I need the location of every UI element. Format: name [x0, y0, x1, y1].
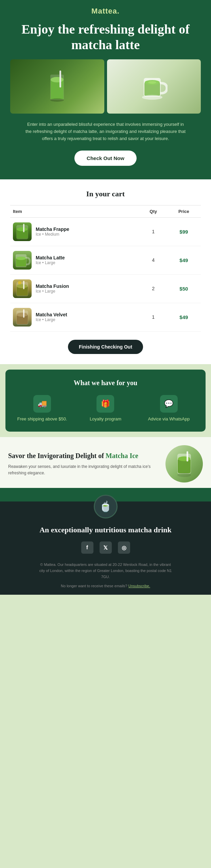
col-header-price: Price [167, 205, 201, 217]
feature-icon-wrap-whatsapp: 💬 [160, 395, 178, 413]
feature-label-loyalty: Loyalty program [90, 416, 121, 422]
velvet-icon [13, 308, 32, 327]
unsubscribe-link[interactable]: Unsubscribe. [128, 584, 150, 588]
cart-table: Item Qty Price [10, 205, 201, 332]
facebook-icon[interactable]: f [81, 541, 93, 554]
shipping-icon: 🚚 [38, 399, 47, 408]
hero-image-right [107, 59, 201, 114]
promo-section: Savor the Invigorating Delight of Matcha… [0, 437, 211, 488]
item-name-frappe: Matcha Frappe [36, 226, 69, 232]
hero-description: Enter into an unparalleled blissful expe… [24, 121, 187, 142]
loyalty-icon: 🎁 [101, 399, 110, 408]
item-sub-frappe: Ice • Medium [36, 232, 69, 237]
footer-connector: 🍵 An exceptionally nutritious matcha dri… [0, 488, 211, 595]
svg-point-12 [17, 227, 28, 231]
check-out-now-button[interactable]: Check Out Now [74, 151, 137, 166]
matcha-drink-left-svg [45, 68, 69, 105]
promo-drink-svg [169, 449, 199, 479]
svg-point-16 [16, 257, 26, 260]
col-header-item: Item [10, 205, 140, 217]
feature-item-whatsapp: 💬 Advice via WhatsApp [139, 395, 199, 422]
item-image-velvet [13, 308, 32, 327]
item-price-frappe: $99 [167, 217, 201, 246]
features-title: What we have for you [12, 379, 199, 387]
footer-section: 🍵 An exceptionally nutritious matcha dri… [0, 501, 211, 595]
svg-rect-1 [51, 80, 64, 99]
hero-images [10, 59, 201, 114]
item-image-frappe [13, 222, 32, 241]
brand-logo: Mattea. [10, 7, 201, 16]
svg-rect-29 [187, 451, 188, 461]
col-header-qty: Qty [140, 205, 167, 217]
item-details-frappe: Matcha Frappe Ice • Medium [36, 226, 69, 237]
hero-section: Mattea. Enjoy the refreshing delight of … [0, 0, 211, 179]
hero-title: Enjoy the refreshing delight of matcha l… [10, 22, 201, 53]
svg-point-28 [178, 456, 190, 461]
item-qty-velvet: 1 [140, 303, 167, 331]
item-name-fusion: Matcha Fusion [36, 283, 69, 289]
promo-text: Savor the Invigorating Delight of Matcha… [8, 451, 160, 476]
promo-title: Savor the Invigorating Delight of Matcha… [8, 451, 160, 460]
fusion-icon [13, 279, 32, 298]
svg-point-9 [142, 95, 162, 100]
item-image-fusion [13, 279, 32, 298]
item-name-velvet: Matcha Velvet [36, 312, 67, 317]
item-qty-fusion: 2 [140, 274, 167, 303]
svg-point-20 [18, 281, 21, 284]
item-price-fusion: $50 [167, 274, 201, 303]
promo-description: Reawaken your senses, and luxuriate in t… [8, 463, 160, 476]
item-info: Matcha Latte Ice • Large [13, 251, 137, 270]
footer-title: An exceptionally nutritious matcha drink [10, 525, 201, 535]
item-name-latte: Matcha Latte [36, 255, 65, 260]
hero-image-left [10, 59, 104, 114]
item-details-latte: Matcha Latte Ice • Large [36, 255, 65, 265]
footer-logo-icon: 🍵 [94, 495, 118, 518]
svg-rect-21 [23, 281, 24, 289]
item-sub-latte: Ice • Large [36, 260, 65, 265]
checkout-row: Finishing Checking Out [10, 332, 201, 357]
feature-item-shipping: 🚚 Free shipping above $50. [12, 395, 72, 422]
feature-item-loyalty: 🎁 Loyalty program [75, 395, 135, 422]
feature-label-whatsapp: Advice via WhatsApp [148, 416, 190, 422]
item-image-latte [13, 251, 32, 270]
feature-icon-wrap-shipping: 🚚 [33, 395, 51, 413]
whatsapp-icon: 💬 [164, 399, 173, 408]
svg-point-19 [17, 284, 28, 288]
svg-point-8 [148, 81, 156, 84]
svg-point-4 [50, 98, 64, 102]
item-info: Matcha Frappe Ice • Medium [13, 222, 137, 241]
item-qty-latte: 4 [140, 246, 167, 274]
matcha-latte-right-svg [140, 70, 168, 103]
social-links-row: f 𝕏 ◎ [10, 541, 201, 554]
cart-title: In your cart [10, 190, 201, 198]
svg-point-30 [177, 473, 191, 477]
svg-point-2 [51, 77, 64, 82]
footer-unsubscribe-text: No longer want to receive these emails? … [10, 584, 201, 588]
cart-section: In your cart Item Qty Price [0, 179, 211, 364]
svg-point-24 [17, 313, 28, 317]
feature-label-shipping: Free shipping above $50. [17, 416, 67, 422]
promo-title-highlight: Matcha Ice [106, 452, 138, 459]
svg-rect-3 [59, 71, 61, 87]
promo-image [165, 445, 203, 482]
finishing-checking-out-button[interactable]: Finishing Checking Out [68, 340, 143, 354]
item-qty-frappe: 1 [140, 217, 167, 246]
item-sub-fusion: Ice • Large [36, 289, 69, 294]
item-sub-velvet: Ice • Large [36, 317, 67, 322]
feature-icon-wrap-loyalty: 🎁 [96, 395, 114, 413]
footer-address: © Mattea. Our headquarters are situated … [38, 562, 174, 580]
item-info: Matcha Velvet Ice • Large [13, 308, 137, 327]
twitter-x-icon[interactable]: 𝕏 [100, 541, 112, 554]
item-info: Matcha Fusion Ice • Large [13, 279, 137, 298]
instagram-icon[interactable]: ◎ [118, 541, 130, 554]
features-section: What we have for you 🚚 Free shipping abo… [5, 370, 206, 432]
frappe-icon [13, 222, 32, 241]
svg-rect-25 [23, 309, 24, 318]
item-details-velvet: Matcha Velvet Ice • Large [36, 312, 67, 322]
svg-rect-13 [23, 224, 24, 232]
table-row: Matcha Velvet Ice • Large 1 $49 [10, 303, 201, 331]
item-price-latte: $49 [167, 246, 201, 274]
item-details-fusion: Matcha Fusion Ice • Large [36, 283, 69, 294]
table-row: Matcha Latte Ice • Large 4 $49 [10, 246, 201, 274]
table-row: Matcha Frappe Ice • Medium 1 $99 [10, 217, 201, 246]
